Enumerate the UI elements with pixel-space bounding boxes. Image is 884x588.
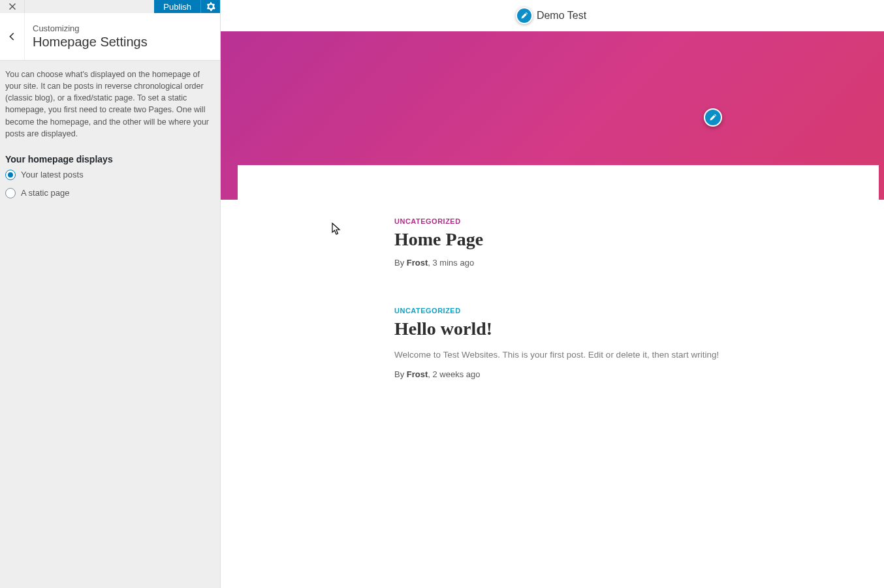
close-button[interactable] [0, 0, 25, 13]
by-label: By [394, 258, 404, 268]
homepage-displays-label: Your homepage displays [5, 154, 210, 164]
post-author[interactable]: Frost [407, 369, 428, 379]
site-title-text: Demo Test [537, 10, 586, 22]
content-card: UNCATEGORIZED Home Page By Frost, 3 mins… [238, 165, 879, 549]
post-category[interactable]: UNCATEGORIZED [394, 217, 851, 225]
option-latest-posts[interactable]: Your latest posts [5, 170, 210, 180]
post-time: 3 mins ago [433, 258, 475, 268]
publish-settings-button[interactable] [200, 0, 220, 13]
breadcrumb: Customizing [33, 23, 148, 33]
radio-icon [5, 188, 16, 198]
site-header: Demo Test [221, 0, 884, 31]
option-label: A static page [21, 188, 69, 198]
panel-body: You can choose what's displayed on the h… [0, 61, 220, 214]
close-icon [8, 3, 16, 10]
section-header: Customizing Homepage Settings [0, 13, 220, 61]
homepage-displays-options: Your latest posts A static page [5, 170, 210, 198]
pencil-icon [520, 12, 528, 20]
gear-icon [206, 2, 215, 11]
edit-shortcut-button[interactable] [516, 7, 533, 24]
post-item: UNCATEGORIZED Home Page By Frost, 3 mins… [394, 217, 851, 268]
option-static-page[interactable]: A static page [5, 188, 210, 198]
post-excerpt: Welcome to Test Websites. This is your f… [394, 348, 851, 362]
post-category[interactable]: UNCATEGORIZED [394, 307, 851, 315]
radio-icon [5, 170, 16, 180]
post-meta: By Frost, 2 weeks ago [394, 369, 851, 379]
publish-button[interactable]: Publish [154, 0, 200, 13]
publish-group: Publish [154, 0, 220, 13]
customizer-sidebar: Publish Customizing Homepage Settings Yo… [0, 0, 221, 588]
post-author[interactable]: Frost [407, 258, 428, 268]
meta-sep: , [428, 369, 432, 379]
pencil-icon [709, 114, 717, 121]
meta-sep: , [428, 258, 432, 268]
post-time: 2 weeks ago [433, 369, 481, 379]
post-meta: By Frost, 3 mins ago [394, 258, 851, 268]
top-bar: Publish [0, 0, 220, 13]
chevron-left-icon [8, 32, 17, 41]
post-title[interactable]: Hello world! [394, 318, 851, 339]
panel-description: You can choose what's displayed on the h… [5, 69, 210, 140]
preview-pane: Demo Test UNCATEGORIZED Home Page By Fro… [221, 0, 884, 588]
top-spacer [25, 0, 154, 13]
section-titles: Customizing Homepage Settings [25, 16, 157, 57]
by-label: By [394, 369, 404, 379]
post-title[interactable]: Home Page [394, 229, 851, 250]
post-item: UNCATEGORIZED Hello world! Welcome to Te… [394, 307, 851, 379]
edit-shortcut-button[interactable] [704, 108, 722, 127]
back-button[interactable] [0, 13, 25, 60]
option-label: Your latest posts [21, 170, 84, 179]
page-title: Homepage Settings [33, 35, 148, 50]
site-title[interactable]: Demo Test [518, 7, 586, 24]
